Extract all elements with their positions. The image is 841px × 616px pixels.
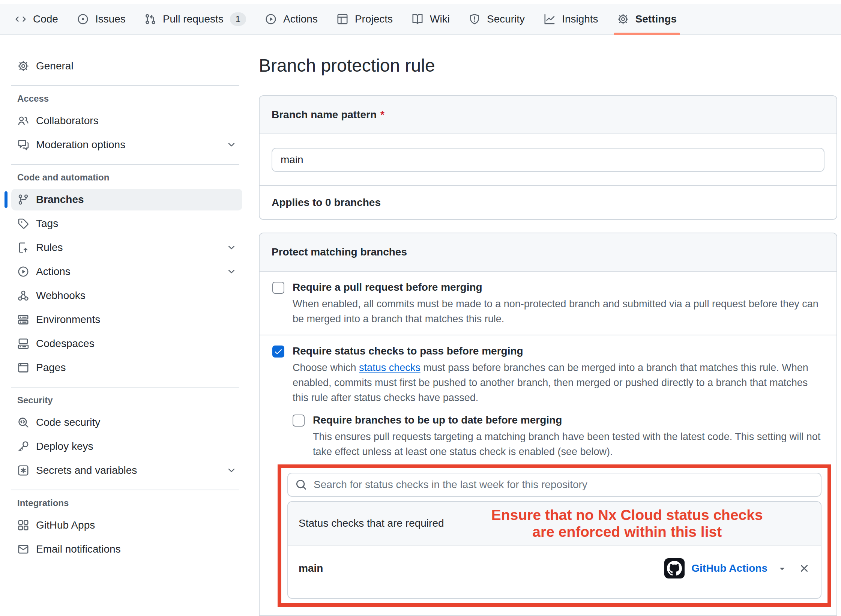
- status-check-row: main GitHub Actions: [288, 545, 821, 598]
- rule-description: This ensures pull requests targeting a m…: [313, 429, 823, 459]
- window-top-strip: [0, 0, 841, 4]
- sidebar-item-codespaces[interactable]: Codespaces: [11, 333, 242, 355]
- sidebar-item-email-notifications[interactable]: Email notifications: [11, 538, 242, 560]
- required-status-checks-box: Status checks that are required Ensure t…: [287, 501, 821, 599]
- sidebar-item-label: General: [36, 60, 74, 72]
- key-icon: [17, 440, 29, 452]
- rule-text: Require branches to be up to date before…: [313, 413, 823, 459]
- rule-require-pull-request: Require a pull request before merging Wh…: [260, 272, 836, 335]
- caret-down-icon[interactable]: [777, 563, 787, 573]
- tab-settings[interactable]: Settings: [608, 4, 686, 35]
- sidebar-item-general[interactable]: General: [11, 55, 242, 77]
- rule-description: When enabled, all commits must be made t…: [293, 296, 823, 326]
- tab-insights[interactable]: Insights: [534, 4, 608, 35]
- status-checks-header-label: Status checks that are required: [299, 517, 444, 529]
- github-actions-link[interactable]: GitHub Actions: [691, 562, 767, 574]
- sidebar-item-actions[interactable]: Actions: [11, 261, 242, 282]
- chevron-down-icon: [227, 243, 236, 252]
- settings-sidebar: General Access Collaborators Moderation …: [0, 35, 248, 562]
- sidebar-item-rules[interactable]: Rules: [11, 237, 242, 258]
- tab-projects[interactable]: Projects: [327, 4, 402, 35]
- rule-require-status-checks: Require status checks to pass before mer…: [260, 335, 836, 615]
- required-asterisk: *: [380, 109, 384, 120]
- rule-require-up-to-date: Require branches to be up to date before…: [293, 413, 823, 459]
- sidebar-divider: [11, 164, 239, 165]
- sidebar-item-moderation-options[interactable]: Moderation options: [11, 134, 242, 156]
- tab-label: Issues: [95, 13, 126, 25]
- rule-text: Require a pull request before merging Wh…: [293, 280, 823, 326]
- sidebar-item-collaborators[interactable]: Collaborators: [11, 110, 242, 132]
- sidebar-item-webhooks[interactable]: Webhooks: [11, 285, 242, 306]
- graph-icon: [544, 13, 556, 25]
- search-icon: [296, 479, 307, 490]
- sidebar-item-label: Code security: [36, 416, 100, 428]
- sidebar-divider: [11, 387, 239, 388]
- browser-icon: [17, 362, 29, 374]
- tab-wiki[interactable]: Wiki: [402, 4, 459, 35]
- tab-actions[interactable]: Actions: [255, 4, 327, 35]
- annotation-text: Ensure that no Nx Cloud status checks ar…: [444, 506, 810, 540]
- search-placeholder: Search for status checks in the last wee…: [314, 479, 587, 491]
- sidebar-item-label: Tags: [36, 218, 58, 230]
- status-check-name: main: [299, 562, 323, 574]
- sidebar-divider: [11, 85, 239, 86]
- tag-icon: [17, 218, 29, 230]
- git-pull-request-icon: [144, 13, 156, 25]
- sidebar-item-tags[interactable]: Tags: [11, 213, 242, 234]
- status-checks-link[interactable]: status checks: [359, 362, 420, 373]
- page-title: Branch protection rule: [259, 55, 837, 77]
- shield-icon: [469, 13, 481, 25]
- sidebar-item-deploy-keys[interactable]: Deploy keys: [11, 436, 242, 457]
- sidebar-item-secrets-and-variables[interactable]: Secrets and variables: [11, 460, 242, 481]
- sidebar-item-branches[interactable]: Branches: [11, 189, 242, 210]
- require-pull-request-checkbox[interactable]: [272, 282, 284, 294]
- tab-code[interactable]: Code: [5, 4, 68, 35]
- sidebar-item-label: Deploy keys: [36, 440, 93, 452]
- git-branch-icon: [17, 194, 29, 206]
- rules-icon: [17, 242, 29, 254]
- sidebar-item-label: Webhooks: [36, 290, 86, 302]
- annotation-line: are enforced within this list: [444, 523, 810, 540]
- rule-text: Require status checks to pass before mer…: [293, 344, 823, 607]
- tab-security[interactable]: Security: [459, 4, 534, 35]
- code-scan-icon: [17, 416, 29, 428]
- gear-icon: [17, 60, 29, 72]
- sidebar-item-label: Codespaces: [36, 338, 95, 350]
- sidebar-item-label: Secrets and variables: [36, 464, 137, 476]
- sidebar-item-label: Branches: [36, 194, 84, 206]
- comment-discussion-icon: [17, 139, 29, 151]
- sidebar-item-label: Collaborators: [36, 115, 99, 127]
- annotation-line: Ensure that no Nx Cloud status checks: [444, 506, 810, 523]
- sidebar-group-security: Security: [11, 395, 242, 406]
- status-checks-search[interactable]: Search for status checks in the last wee…: [287, 473, 821, 497]
- sidebar-item-environments[interactable]: Environments: [11, 309, 242, 331]
- sidebar-item-code-security[interactable]: Code security: [11, 412, 242, 433]
- description-text: Choose which: [293, 362, 359, 373]
- rule-label: Require a pull request before merging: [293, 280, 823, 295]
- require-up-to-date-checkbox[interactable]: [293, 415, 305, 427]
- play-icon: [17, 266, 29, 278]
- tab-issues[interactable]: Issues: [68, 4, 135, 35]
- chevron-down-icon: [227, 466, 236, 475]
- require-status-checks-checkbox[interactable]: [272, 346, 284, 358]
- rule-label: Require branches to be up to date before…: [313, 413, 823, 428]
- sidebar-item-label: GitHub Apps: [36, 519, 95, 531]
- remove-status-check-icon[interactable]: [798, 562, 810, 574]
- tab-label: Security: [487, 13, 525, 25]
- branch-name-card-body: [260, 134, 836, 185]
- chevron-down-icon: [227, 140, 236, 150]
- pull-requests-counter: 1: [230, 12, 246, 26]
- sidebar-item-label: Email notifications: [36, 543, 121, 555]
- sidebar-item-github-apps[interactable]: GitHub Apps: [11, 514, 242, 536]
- branch-name-pattern-input[interactable]: [272, 148, 824, 172]
- chevron-down-icon: [227, 267, 236, 276]
- tab-pull-requests[interactable]: Pull requests 1: [135, 4, 255, 35]
- mail-icon: [17, 543, 29, 555]
- sidebar-item-pages[interactable]: Pages: [11, 357, 242, 379]
- tab-label: Actions: [283, 13, 318, 25]
- gear-icon: [617, 13, 629, 25]
- github-mark-icon: [664, 558, 685, 578]
- protect-matching-branches-card: Protect matching branches Require a pull…: [259, 233, 837, 616]
- apps-icon: [17, 519, 29, 531]
- people-icon: [17, 115, 29, 127]
